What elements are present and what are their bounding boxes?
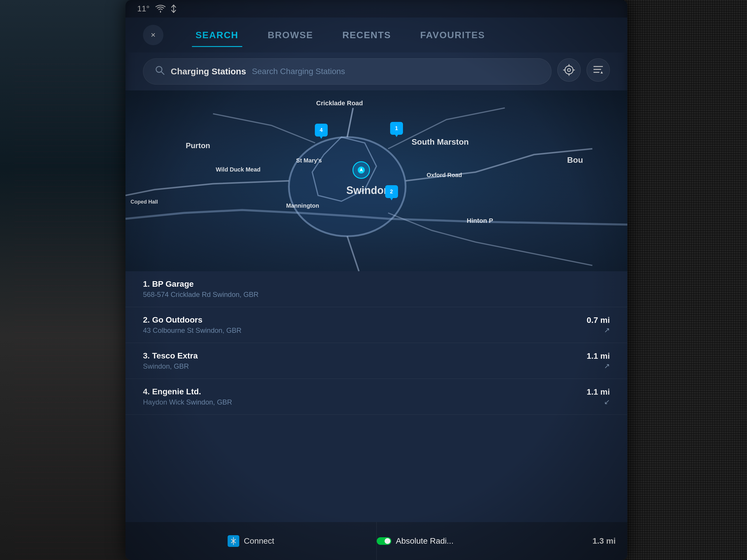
map-label-south-marston: South Marston [411, 137, 469, 147]
result-name-1: 1. BP Garage [143, 279, 610, 289]
infotainment-screen: 11° × SEARCH [126, 0, 627, 560]
search-placeholder-text: Search Charging Stations [252, 67, 345, 76]
search-bar-container: Charging Stations Search Charging Statio… [143, 58, 610, 85]
map-roads-svg [126, 90, 627, 271]
map-label-wild-duck-mead: Wild Duck Mead [216, 166, 261, 173]
result-address-2: 43 Colbourne St Swindon, GBR [143, 326, 587, 335]
result-name-3: 3. Tesco Extra [143, 351, 587, 361]
map-label-coped-hall: Coped Hall [130, 199, 158, 205]
map-label-swindon: Swindon [346, 184, 390, 196]
svg-point-1 [565, 66, 573, 74]
result-address-1: 568-574 Cricklade Rd Swindon, GBR [143, 291, 610, 299]
map-label-hinton: Hinton P [467, 217, 493, 224]
map-label-st-marys: St Mary's [296, 157, 322, 164]
map-area[interactable]: Purton South Marston Swindon Cricklade R… [126, 90, 627, 271]
map-pin-2[interactable]: 2 [385, 185, 398, 198]
radio-toggle [377, 537, 391, 545]
result-item-1[interactable]: 1. BP Garage 568-574 Cricklade Rd Swindo… [126, 271, 627, 307]
search-bar[interactable]: Charging Stations Search Charging Statio… [143, 58, 551, 85]
map-background: Purton South Marston Swindon Cricklade R… [126, 90, 627, 271]
tab-favourites[interactable]: FAVOURITES [406, 24, 499, 46]
sort-button[interactable] [587, 58, 610, 82]
status-icons [155, 4, 178, 13]
svg-point-2 [568, 69, 570, 72]
result-info-2: 2. Go Outdoors 43 Colbourne St Swindon, … [143, 315, 587, 335]
current-location-dot [358, 166, 365, 174]
search-icon [155, 65, 165, 78]
tab-search[interactable]: SEARCH [181, 24, 253, 46]
bluetooth-icon [228, 535, 239, 547]
map-label-oxford-road: Oxford Road [427, 172, 462, 179]
connect-label: Connect [244, 536, 274, 546]
result-address-4: Haydon Wick Swindon, GBR [143, 398, 587, 406]
result-name-4: 4. Engenie Ltd. [143, 387, 587, 396]
temperature-display: 11° [137, 4, 149, 14]
signal-icon [169, 4, 178, 13]
result-info-1: 1. BP Garage 568-574 Cricklade Rd Swindo… [143, 279, 610, 299]
result-item-4[interactable]: 4. Engenie Ltd. Haydon Wick Swindon, GBR… [126, 379, 627, 415]
status-bar: 11° [126, 0, 627, 18]
result-distance-4: 1.1 mi ↙ [587, 387, 610, 406]
close-button[interactable]: × [143, 25, 163, 45]
car-interior: 11° × SEARCH [0, 0, 747, 560]
radio-toggle-dot [385, 538, 390, 544]
result-address-3: Swindon, GBR [143, 362, 587, 370]
result-item-2[interactable]: 2. Go Outdoors 43 Colbourne St Swindon, … [126, 307, 627, 343]
result-info-4: 4. Engenie Ltd. Haydon Wick Swindon, GBR [143, 387, 587, 406]
map-label-cricklade-road: Cricklade Road [316, 100, 363, 107]
wifi-icon [155, 5, 166, 13]
right-speaker-grille [624, 0, 747, 560]
map-label-bou: Bou [567, 156, 583, 165]
bottom-extra-distance: 1.3 mi [593, 536, 627, 546]
search-category-label: Charging Stations [171, 66, 246, 76]
target-button[interactable] [557, 58, 581, 82]
radio-label: Absolute Radi... [396, 536, 454, 546]
tab-browse[interactable]: BROWSE [253, 24, 328, 46]
result-item-3[interactable]: 3. Tesco Extra Swindon, GBR 1.1 mi ↗ [126, 343, 627, 379]
map-pin-1[interactable]: 1 [390, 122, 403, 135]
result-info-3: 3. Tesco Extra Swindon, GBR [143, 351, 587, 370]
left-interior-panel [0, 0, 146, 560]
result-distance-3: 1.1 mi ↗ [587, 351, 610, 370]
result-distance-2: 0.7 mi ↗ [587, 316, 610, 334]
results-list: 1. BP Garage 568-574 Cricklade Rd Swindo… [126, 271, 627, 522]
current-location-marker [353, 161, 370, 179]
navigation-tabs: × SEARCH BROWSE RECENTS FAVOURITES [126, 18, 627, 53]
tab-recents[interactable]: RECENTS [328, 24, 406, 46]
map-label-mannington: Mannington [286, 203, 319, 209]
result-name-2: 2. Go Outdoors [143, 315, 587, 325]
map-label-purton: Purton [186, 141, 210, 150]
connect-button[interactable]: Connect [126, 522, 377, 560]
radio-button[interactable]: Absolute Radi... 1.3 mi [377, 522, 628, 560]
bottom-bar: Connect Absolute Radi... 1.3 mi [126, 522, 627, 560]
map-pin-4[interactable]: 4 [315, 124, 328, 136]
